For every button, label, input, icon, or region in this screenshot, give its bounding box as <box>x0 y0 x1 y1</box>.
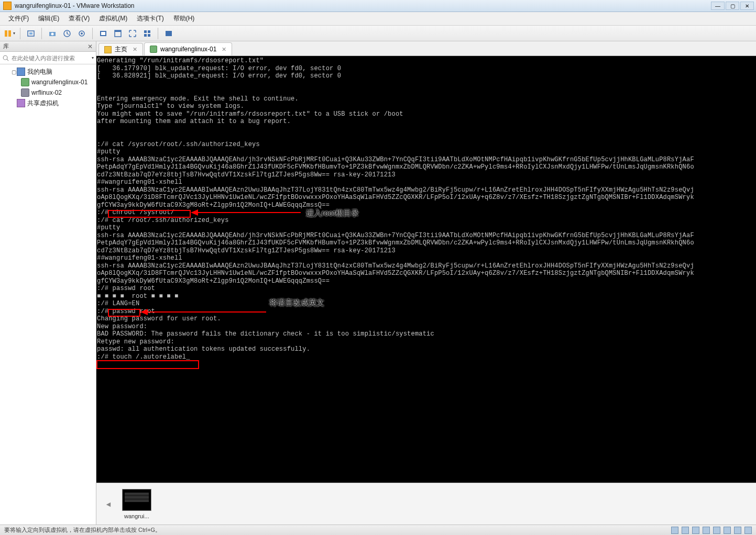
tree-collapse-icon[interactable]: ▢ <box>10 69 17 75</box>
power-on-button[interactable]: ▾ <box>3 27 16 40</box>
unity-icon <box>114 29 122 38</box>
view-unity-button[interactable] <box>112 27 124 40</box>
toolbar-separator <box>20 28 20 39</box>
show-thumbnail-button[interactable] <box>141 27 154 40</box>
device-floppy-icon[interactable] <box>692 527 699 534</box>
svg-rect-3 <box>29 32 32 35</box>
menu-edit[interactable]: 编辑(E) <box>34 13 63 25</box>
thumbnail-image <box>122 489 151 511</box>
device-display-icon[interactable] <box>744 527 752 534</box>
menubar: 文件(F) 编辑(E) 查看(V) 虚拟机(M) 选项卡(T) 帮助(H) <box>0 12 756 26</box>
thumbnail-label: wangrui... <box>124 513 149 519</box>
tree-label: 我的电脑 <box>27 68 52 76</box>
tree-collapse-icon[interactable] <box>10 101 17 106</box>
tree-label: 共享虚拟机 <box>27 99 59 108</box>
chevron-down-icon: ▾ <box>13 31 15 36</box>
toolbar-separator <box>92 28 93 39</box>
sidebar-close-icon[interactable]: ✕ <box>87 43 93 50</box>
tab-bar: 主页 ✕ wangruifenglinux-01 ✕ <box>96 41 756 56</box>
status-device-icons <box>671 527 752 534</box>
main-area: 库 ✕ ▾ ▢ 我的电脑 wangruifenglinux-01 wrflinu… <box>0 41 756 525</box>
device-usb-icon[interactable] <box>713 527 720 534</box>
minimize-button[interactable]: — <box>711 2 725 10</box>
toolbar-separator <box>41 28 42 39</box>
svg-point-18 <box>3 55 7 60</box>
menu-view[interactable]: 查看(V) <box>64 13 94 25</box>
thumbnail-icon <box>143 29 151 38</box>
home-icon <box>104 46 112 53</box>
tree-vm-wrflinux-02[interactable]: wrflinux-02 <box>1 87 95 98</box>
menu-file[interactable]: 文件(F) <box>4 13 33 25</box>
library-tree: ▢ 我的电脑 wangruifenglinux-01 wrflinux-02 共… <box>0 64 96 525</box>
content-area: 主页 ✕ wangruifenglinux-01 ✕ Generating "/… <box>96 41 756 525</box>
tree-shared-vms[interactable]: 共享虚拟机 <box>1 98 95 108</box>
svg-rect-12 <box>115 30 121 32</box>
statusbar: 要将输入定向到该虚拟机，请在虚拟机内部单击或按 Ctrl+G。 <box>0 525 756 535</box>
vm-off-icon <box>21 88 29 97</box>
tab-home[interactable]: 主页 ✕ <box>98 43 143 55</box>
terminal-output: Generating "/run/initramfs/rdsosreport.t… <box>96 56 756 361</box>
menu-tabs[interactable]: 选项卡(T) <box>133 13 168 25</box>
computer-icon <box>17 68 25 76</box>
vm-thumbnail[interactable]: wangrui... <box>120 489 153 519</box>
sidebar-search[interactable]: ▾ <box>0 52 96 64</box>
toolbar: ▾ <box>0 26 756 41</box>
svg-rect-14 <box>148 30 150 33</box>
app-icon <box>3 2 12 10</box>
power-icon <box>4 29 12 38</box>
snapshot-icon <box>27 29 35 38</box>
menu-help[interactable]: 帮助(H) <box>169 13 199 25</box>
gear-icon <box>78 29 86 38</box>
search-input[interactable] <box>12 55 89 61</box>
maximize-button[interactable]: ▢ <box>726 2 739 10</box>
tab-label: 主页 <box>115 45 127 54</box>
device-printer-icon[interactable] <box>734 527 741 534</box>
stretch-button[interactable] <box>162 27 175 40</box>
close-button[interactable]: ✕ <box>740 2 754 10</box>
vm-console[interactable]: Generating "/run/initramfs/rdsosreport.t… <box>96 56 756 483</box>
device-network-icon[interactable] <box>703 527 710 534</box>
tab-close-icon[interactable]: ✕ <box>222 46 226 53</box>
status-text: 要将输入定向到该虚拟机，请在虚拟机内部单击或按 Ctrl+G。 <box>4 526 161 534</box>
svg-rect-10 <box>101 32 105 35</box>
stretch-icon <box>165 29 173 38</box>
search-icon <box>2 54 9 62</box>
fullscreen-button[interactable] <box>126 27 139 40</box>
chevron-down-icon[interactable]: ▾ <box>92 55 94 60</box>
svg-point-8 <box>81 32 83 35</box>
snapshot-button[interactable] <box>25 27 37 40</box>
menu-vm[interactable]: 虚拟机(M) <box>95 13 132 25</box>
device-sound-icon[interactable] <box>724 527 731 534</box>
window-title: wangruifenglinux-01 - VMware Workstation <box>15 2 711 9</box>
shared-icon <box>17 99 25 107</box>
sidebar-title: 库 <box>3 42 9 50</box>
tree-my-computer[interactable]: ▢ 我的电脑 <box>1 66 95 77</box>
tab-close-icon[interactable]: ✕ <box>133 46 137 53</box>
snapshot-manager-button[interactable] <box>46 27 59 40</box>
tree-label: wangruifenglinux-01 <box>31 79 87 86</box>
toolbar-separator <box>158 28 158 39</box>
tree-vm-wangruifenglinux-01[interactable]: wangruifenglinux-01 <box>1 77 95 87</box>
sidebar-header: 库 ✕ <box>0 41 96 52</box>
revert-button[interactable] <box>61 27 73 40</box>
svg-rect-17 <box>166 31 172 36</box>
vm-running-icon <box>21 78 29 86</box>
svg-rect-16 <box>148 34 150 37</box>
device-cd-icon[interactable] <box>682 527 689 534</box>
svg-line-19 <box>7 59 8 60</box>
vm-running-icon <box>150 46 157 53</box>
view-console-button[interactable] <box>97 27 109 40</box>
thumb-nav-prev[interactable]: ◄ <box>102 500 115 508</box>
svg-rect-13 <box>144 30 147 33</box>
svg-rect-0 <box>5 30 7 37</box>
thumbnail-bar: ◄ wangrui... <box>96 483 756 525</box>
svg-rect-1 <box>8 30 11 37</box>
svg-rect-15 <box>144 34 147 37</box>
titlebar: wangruifenglinux-01 - VMware Workstation… <box>0 0 756 12</box>
device-hdd-icon[interactable] <box>671 527 678 534</box>
svg-point-5 <box>51 32 54 35</box>
highlight-box-autorelabel <box>96 360 199 369</box>
tab-vm-wangruifenglinux-01[interactable]: wangruifenglinux-01 ✕ <box>144 42 232 55</box>
settings-button[interactable] <box>75 27 88 40</box>
tab-label: wangruifenglinux-01 <box>160 46 216 53</box>
